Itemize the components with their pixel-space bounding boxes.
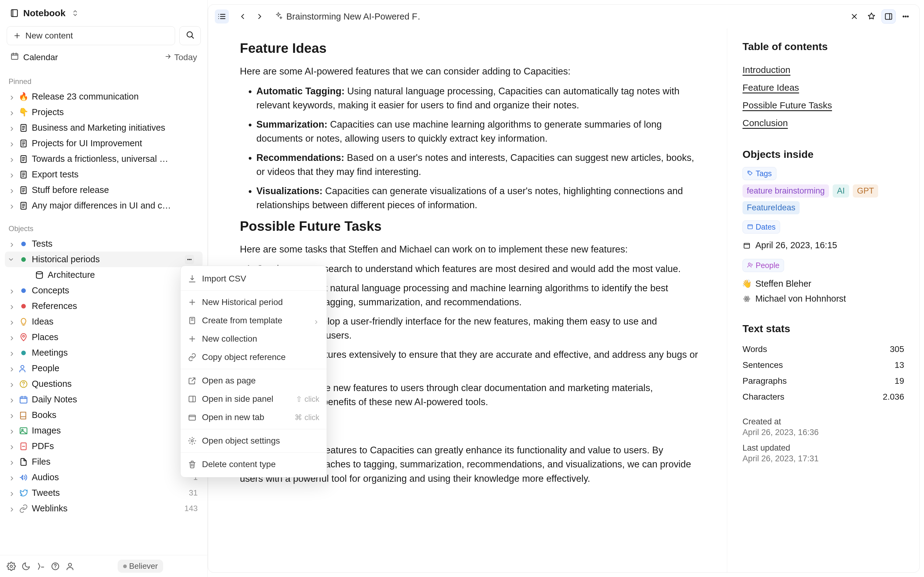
- ctx-open-side[interactable]: Open in side panel ⇧ click: [181, 390, 326, 408]
- pinned-item[interactable]: Stuff before release: [5, 182, 203, 198]
- item-icon: [19, 155, 28, 164]
- object-type-item[interactable]: People: [5, 361, 203, 376]
- more-button[interactable]: [899, 10, 913, 24]
- object-type-item[interactable]: Historical periods: [5, 251, 203, 267]
- item-label: Towards a frictionless, universal …: [32, 154, 199, 164]
- toc-link[interactable]: Introduction: [743, 61, 904, 79]
- search-button[interactable]: [179, 26, 201, 45]
- person-entry[interactable]: Michael von Hohnhorst: [743, 291, 904, 306]
- item-icon: [35, 271, 44, 280]
- ctx-create-template[interactable]: Create from template: [181, 311, 326, 330]
- nav-back-button[interactable]: [236, 10, 250, 24]
- nav-forward-button[interactable]: [253, 10, 267, 24]
- pinned-item[interactable]: Business and Marketing initiatives: [5, 120, 203, 135]
- pinned-item[interactable]: Projects for UI Improvement: [5, 135, 203, 151]
- item-icon: [19, 301, 28, 311]
- help-button[interactable]: [51, 562, 60, 571]
- pinned-item[interactable]: Any major differences in UI and c…: [5, 198, 203, 213]
- object-type-item[interactable]: Audios1: [5, 469, 203, 485]
- theme-toggle[interactable]: [21, 562, 31, 571]
- tags-chip[interactable]: Tags: [743, 167, 776, 180]
- ctx-delete-type[interactable]: Delete content type: [181, 455, 326, 474]
- new-content-button[interactable]: New content: [7, 26, 175, 45]
- list-view-toggle[interactable]: [215, 10, 229, 24]
- item-icon: [19, 488, 28, 498]
- pinned-item[interactable]: 🔥Release 23 communication: [5, 89, 203, 105]
- chevron-right-icon: [8, 334, 15, 341]
- svg-point-25: [10, 565, 13, 567]
- command-button[interactable]: [36, 562, 45, 571]
- account-button[interactable]: [65, 562, 74, 571]
- toggle-panel-button[interactable]: [882, 10, 896, 24]
- pin-button[interactable]: [864, 10, 879, 24]
- object-type-item[interactable]: Tweets31: [5, 485, 203, 501]
- page-title[interactable]: Brainstorming New AI-Powered F…: [274, 11, 421, 22]
- feature-list: Automatic Tagging: Using natural languag…: [240, 84, 703, 213]
- object-type-item[interactable]: Ideas: [5, 314, 203, 329]
- object-type-item[interactable]: References: [5, 298, 203, 314]
- toc-title: Table of contents: [743, 40, 904, 53]
- tag[interactable]: AI: [833, 184, 849, 198]
- object-type-item[interactable]: Architecture: [5, 267, 203, 283]
- pinned-item[interactable]: Towards a frictionless, universal …: [5, 151, 203, 167]
- people-icon: [747, 261, 753, 270]
- toc-link[interactable]: Possible Future Tasks: [743, 97, 904, 114]
- object-type-item[interactable]: Questions: [5, 376, 203, 392]
- plan-badge[interactable]: Believer: [118, 559, 163, 573]
- object-type-item[interactable]: Meetings: [5, 345, 203, 361]
- ctx-copy-ref[interactable]: Copy object reference: [181, 348, 326, 366]
- svg-rect-32: [885, 14, 892, 19]
- settings-button[interactable]: [7, 562, 16, 571]
- tag-icon: [747, 169, 753, 178]
- svg-rect-30: [189, 415, 195, 420]
- svg-point-19: [21, 366, 24, 369]
- more-icon[interactable]: [185, 255, 194, 264]
- calendar-link[interactable]: Calendar: [10, 52, 58, 63]
- object-type-item[interactable]: Weblinks143: [5, 501, 203, 516]
- object-type-item[interactable]: PDFs14: [5, 438, 203, 454]
- pinned-item[interactable]: Export tests: [5, 167, 203, 182]
- ctx-new-collection[interactable]: New collection: [181, 330, 326, 348]
- object-type-item[interactable]: Daily Notes2: [5, 392, 203, 407]
- object-type-item[interactable]: Files12: [5, 454, 203, 469]
- chevron-right-icon: [8, 350, 15, 356]
- svg-point-17: [23, 335, 24, 337]
- object-type-item[interactable]: Places: [5, 329, 203, 345]
- calendar-label: Calendar: [23, 53, 58, 62]
- ctx-new-item[interactable]: New Historical period: [181, 293, 326, 311]
- object-type-item[interactable]: Images3: [5, 423, 203, 438]
- item-icon: [19, 426, 28, 435]
- item-icon: [19, 411, 28, 420]
- ctx-open-page[interactable]: Open as page: [181, 372, 326, 390]
- item-icon: [19, 255, 28, 264]
- pinned-item[interactable]: 👇Projects: [5, 105, 203, 120]
- tag[interactable]: GPT: [853, 184, 879, 198]
- chevron-right-icon: [8, 240, 15, 247]
- list-item: Recommendations: Based on a user's notes…: [256, 151, 703, 179]
- stat-row: Paragraphs19: [743, 373, 904, 389]
- item-icon: [19, 504, 28, 513]
- chevron-right-icon: [8, 124, 15, 131]
- gear-icon: [188, 437, 197, 445]
- ctx-import-csv[interactable]: Import CSV: [181, 269, 326, 288]
- tag[interactable]: feature brainstorming: [743, 184, 829, 198]
- ctx-open-settings[interactable]: Open object settings: [181, 432, 326, 450]
- item-label: Tests: [32, 239, 194, 249]
- dot-icon: [123, 564, 127, 568]
- date-entry[interactable]: April 26, 2023, 16:15: [743, 238, 904, 253]
- actions-button[interactable]: [847, 10, 861, 24]
- object-type-item[interactable]: Books: [5, 407, 203, 423]
- item-label: Places: [32, 332, 194, 342]
- dates-chip[interactable]: Dates: [743, 221, 780, 234]
- person-entry[interactable]: 👋Steffen Bleher: [743, 276, 904, 291]
- ctx-open-tab[interactable]: Open in new tab ⌘ click: [181, 408, 326, 427]
- object-type-item[interactable]: Concepts: [5, 283, 203, 298]
- tag[interactable]: FeatureIdeas: [743, 201, 800, 214]
- workspace-switcher[interactable]: Notebook: [7, 5, 201, 21]
- object-type-item[interactable]: Tests: [5, 236, 203, 251]
- people-chip[interactable]: People: [743, 259, 784, 272]
- item-icon: [19, 139, 28, 148]
- today-button[interactable]: Today: [165, 53, 197, 62]
- toc-link[interactable]: Conclusion: [743, 114, 904, 132]
- toc-link[interactable]: Feature Ideas: [743, 79, 904, 97]
